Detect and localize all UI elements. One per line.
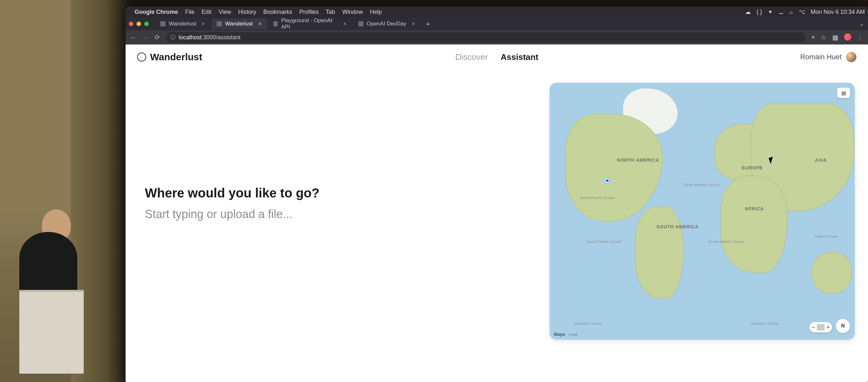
user-area[interactable]: Romain Huet	[800, 52, 857, 62]
tab-close-icon[interactable]: ✕	[258, 21, 262, 26]
status-wifi-icon[interactable]: ⚊	[778, 8, 784, 16]
world-map[interactable]: NORTH AMERICA SOUTH AMERICA EUROPE AFRIC…	[550, 83, 855, 340]
mouse-cursor	[769, 157, 770, 158]
tab-playground[interactable]: Playground - OpenAI API ✕	[268, 18, 352, 29]
maps-brand-label: Maps	[554, 332, 565, 337]
menu-file[interactable]: File	[185, 9, 194, 16]
menu-edit[interactable]: Edit	[202, 9, 212, 16]
window-close-button[interactable]	[129, 22, 133, 26]
land-africa	[720, 176, 787, 273]
brand-name: Wanderlust	[150, 52, 202, 62]
nav-discover[interactable]: Discover	[455, 52, 488, 62]
profile-avatar-button[interactable]	[844, 33, 851, 40]
primary-nav: Discover Assistant	[455, 52, 538, 62]
label-south-pacific: South Pacific Ocean	[587, 240, 622, 244]
tab-title: Wanderlust	[169, 21, 196, 27]
prompt-heading: Where would you like to go?	[145, 186, 530, 200]
window-minimize-button[interactable]	[136, 22, 141, 26]
map-attribution: Maps Legal	[553, 332, 577, 337]
main-layout: Where would you like to go? Start typing…	[126, 69, 868, 382]
user-location-marker[interactable]	[604, 178, 610, 183]
url-path: :3000/assistant	[202, 34, 241, 41]
tab-close-icon[interactable]: ✕	[343, 21, 347, 26]
label-south-america: SOUTH AMERICA	[656, 224, 699, 229]
tab-devday[interactable]: OpenAI DevDay ✕	[353, 18, 421, 29]
site-info-icon[interactable]: ⓘ	[170, 34, 176, 41]
menu-window[interactable]: Window	[342, 9, 363, 16]
menu-history[interactable]: History	[238, 9, 256, 16]
window-maximize-button[interactable]	[144, 22, 149, 26]
nav-assistant[interactable]: Assistant	[501, 52, 538, 62]
tab-title: Playground - OpenAI API	[281, 18, 337, 30]
menu-tab[interactable]: Tab	[326, 9, 335, 16]
reload-button[interactable]: ⟳	[155, 33, 160, 41]
chat-input[interactable]: Start typing or upload a file...	[145, 207, 530, 221]
forward-button[interactable]: →	[142, 34, 149, 41]
label-north-pacific: North Pacific Ocean	[581, 196, 615, 200]
tab-overflow-button[interactable]: ⌄	[859, 20, 864, 27]
address-bar[interactable]: ⓘ localhost:3000/assistant	[166, 32, 806, 42]
label-africa: AFRICA	[745, 206, 764, 211]
land-australia	[812, 252, 851, 293]
label-north-atlantic: North Atlantic Ocean	[684, 183, 720, 187]
page-content: Wanderlust Discover Assistant Romain Hue…	[126, 45, 868, 382]
menu-help[interactable]: Help	[370, 9, 382, 16]
user-avatar[interactable]	[846, 52, 857, 62]
menubar-clock[interactable]: Mon Nov 6 10:34 AM	[811, 9, 865, 16]
tab-close-icon[interactable]: ✕	[411, 21, 415, 26]
tab-favicon	[273, 21, 278, 26]
maps-legal-link[interactable]: Legal	[568, 332, 577, 336]
label-south-atlantic: South Atlantic Ocean	[708, 240, 745, 244]
stage: Google Chrome File Edit View History Boo…	[0, 0, 868, 382]
new-tab-button[interactable]: ＋	[424, 19, 431, 29]
status-braces-icon[interactable]: { }	[756, 9, 762, 16]
podium	[19, 290, 84, 374]
app-header: Wanderlust Discover Assistant Romain Hue…	[126, 45, 868, 69]
menu-bookmarks[interactable]: Bookmarks	[264, 9, 292, 16]
tab-favicon	[358, 21, 364, 26]
label-southern-ocean-2: Southern Ocean	[751, 321, 779, 326]
label-europe: EUROPE	[742, 165, 763, 170]
menu-profiles[interactable]: Profiles	[300, 9, 319, 16]
zoom-out-button[interactable]: −	[809, 324, 817, 331]
tab-wanderlust-1[interactable]: Wanderlust ✕	[155, 18, 210, 29]
menu-view[interactable]: View	[219, 9, 231, 16]
tab-close-icon[interactable]: ✕	[201, 21, 205, 26]
tab-title: Wanderlust	[225, 21, 252, 27]
map-panel[interactable]: NORTH AMERICA SOUTH AMERICA EUROPE AFRIC…	[549, 83, 855, 340]
location-icon[interactable]: ⌖	[811, 33, 815, 41]
status-cloud-icon[interactable]: ☁︎	[745, 8, 751, 16]
window-controls	[129, 22, 149, 26]
label-north-america: NORTH AMERICA	[617, 157, 659, 163]
presenter-body	[19, 232, 77, 296]
tab-wanderlust-2[interactable]: Wanderlust ✕	[212, 18, 267, 29]
zoom-divider	[817, 324, 824, 330]
tab-favicon	[217, 21, 222, 26]
prompt-panel: Where would you like to go? Start typing…	[145, 83, 530, 369]
label-southern-ocean-1: Southern Ocean	[575, 321, 602, 326]
browser-window: Google Chrome File Edit View History Boo…	[126, 6, 868, 382]
kebab-menu-icon[interactable]: ⋮	[857, 33, 864, 41]
back-button[interactable]: ←	[130, 34, 136, 41]
tab-title: OpenAI DevDay	[367, 21, 406, 27]
status-app-icon[interactable]: ✦	[768, 8, 773, 16]
zoom-in-button[interactable]: +	[825, 324, 832, 331]
toolbar-right: ⌖ ☆ ▦ ⋮	[811, 33, 864, 41]
tab-strip: Wanderlust ✕ Wanderlust ✕ Playground - O…	[126, 18, 868, 30]
status-search-icon[interactable]: ⌕	[789, 9, 793, 16]
tab-favicon	[160, 21, 165, 26]
compass-button[interactable]: N	[836, 319, 850, 333]
land-north-america	[565, 114, 662, 222]
brand[interactable]: Wanderlust	[137, 52, 202, 62]
land-south-america	[635, 206, 684, 299]
bookmark-icon[interactable]: ☆	[821, 33, 827, 41]
user-name: Romain Huet	[800, 53, 842, 61]
status-control-center-icon[interactable]: ⌥	[799, 8, 806, 16]
url-host: localhost	[179, 34, 202, 41]
map-style-toggle[interactable]: ▤	[837, 88, 850, 98]
app-menu[interactable]: Google Chrome	[134, 9, 178, 16]
macos-menu-bar: Google Chrome File Edit View History Boo…	[126, 6, 868, 18]
label-indian-ocean: Indian Ocean	[815, 234, 838, 239]
browser-toolbar: ← → ⟳ ⓘ localhost:3000/assistant ⌖ ☆ ▦ ⋮	[126, 30, 868, 45]
extensions-icon[interactable]: ▦	[832, 33, 838, 41]
